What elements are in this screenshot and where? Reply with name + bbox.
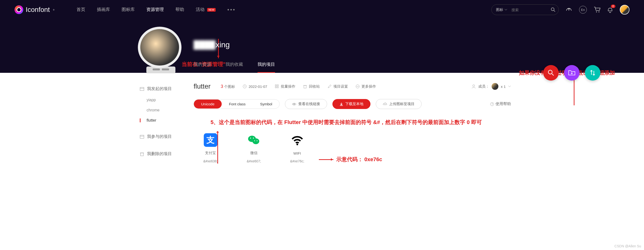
svg-rect-15 (275, 87, 276, 88)
svg-rect-10 (140, 153, 144, 156)
svg-point-24 (294, 104, 294, 105)
icon-code: &#xe76c; (290, 159, 304, 163)
tab-symbol[interactable]: Symbol (253, 99, 279, 108)
upload-button[interactable]: 上传图标至项目 (376, 99, 422, 109)
icon-label: 微信 (250, 151, 258, 155)
svg-point-30 (253, 138, 254, 139)
help-icon: ? (490, 102, 494, 106)
member-avatar (492, 83, 498, 90)
profile-avatar (138, 27, 184, 73)
fab-add-project[interactable] (564, 65, 580, 81)
members-count: x 1 (501, 84, 506, 89)
search-input[interactable] (512, 8, 548, 12)
folder-icon (140, 87, 144, 91)
fab-group (543, 65, 600, 81)
svg-rect-16 (277, 87, 278, 88)
actions-row: Unicode Font class Symbol 查看在线链接 下载至本地 上… (194, 99, 511, 109)
fab-sort[interactable] (585, 65, 600, 81)
user-icon (472, 84, 476, 89)
annotation-arrow-4 (319, 159, 334, 160)
svg-rect-17 (304, 85, 306, 88)
icons-grid: 支 支付宝 &#xe638; 微信 &#xe607; WIFI (203, 133, 511, 163)
icon-item-wifi[interactable]: WIFI &#xe76c; (290, 134, 304, 163)
icon-item-alipay[interactable]: 支 支付宝 &#xe638; (203, 133, 218, 163)
help-link[interactable]: ? 使用帮助 (490, 101, 511, 106)
new-badge: NEW (207, 8, 216, 12)
trash-icon (140, 152, 144, 156)
cart-icon[interactable] (594, 7, 600, 13)
sidebar-item-yiapp[interactable]: yiapp (133, 95, 189, 105)
members-label: 成员： (478, 84, 489, 89)
settings-action[interactable]: 项目设置 (328, 84, 348, 89)
chevron-down-icon (505, 9, 507, 11)
sidebar-group-deleted[interactable]: 我删除的项目 (133, 148, 189, 160)
svg-point-2 (596, 12, 597, 12)
project-name: flutter (194, 82, 210, 90)
profile-section: 当前在 "资源管理" 如果你没有添加过项目，点击该按钮添加 ████xing 我… (0, 20, 644, 73)
search-type-select[interactable]: 图标 (492, 8, 512, 12)
user-avatar[interactable] (620, 5, 630, 15)
sort-icon (590, 69, 596, 76)
annotation-arrow-3 (217, 132, 218, 164)
wifi-icon (290, 134, 304, 147)
sidebar-group-created[interactable]: 我发起的项目 (133, 82, 189, 95)
wechat-icon (247, 133, 261, 147)
sidebar-item-flutter[interactable]: flutter (133, 115, 189, 126)
search-icon (551, 7, 556, 12)
svg-rect-14 (277, 85, 278, 86)
fab-search[interactable] (543, 65, 559, 81)
svg-point-31 (254, 140, 255, 141)
svg-rect-6 (140, 87, 144, 90)
top-header: Iconfont+ 首页 插画库 图标库 资源管理 帮助 活动 NEW ••• … (0, 0, 644, 20)
sidebar-item-chrome[interactable]: chrome (133, 105, 189, 115)
language-toggle[interactable]: En (579, 6, 587, 14)
notifications-icon[interactable]: 0 (607, 7, 613, 13)
sidebar-group-joined[interactable]: 我参与的项目 (133, 130, 189, 143)
svg-text:?: ? (492, 103, 493, 105)
logo-text: Iconfont (26, 6, 50, 14)
profile-tabs: 我的资源 我的收藏 我的项目 (194, 61, 511, 73)
trash-action[interactable]: 回收站 (303, 84, 320, 89)
username: ████xing (194, 40, 511, 49)
nav-resource[interactable]: 资源管理 (146, 7, 164, 13)
nav-home[interactable]: 首页 (76, 7, 85, 13)
logo-icon (14, 5, 23, 14)
notif-count-badge: 0 (611, 5, 616, 8)
nav-activity[interactable]: 活动 NEW (196, 7, 216, 13)
svg-point-21 (357, 86, 358, 87)
logo[interactable]: Iconfont+ (14, 5, 55, 14)
tab-my-resources[interactable]: 我的资源 (194, 61, 211, 73)
batch-action[interactable]: 批量操作 (275, 84, 295, 89)
svg-point-0 (551, 8, 554, 11)
search-button[interactable] (548, 7, 558, 12)
icon-item-wechat[interactable]: 微信 &#xe607; (247, 133, 261, 163)
nav-iconlib[interactable]: 图标库 (122, 7, 135, 13)
nav-more-icon[interactable]: ••• (227, 7, 236, 13)
sidebar-group-label: 我发起的项目 (147, 86, 172, 91)
annotation-3: 5、这个是当前图标的代码，在 Flutter 中使用时需要去掉前面的符号 &#，… (210, 119, 511, 126)
tab-my-projects[interactable]: 我的项目 (258, 61, 275, 73)
folder-icon (140, 135, 144, 139)
main-nav: 首页 插画库 图标库 资源管理 帮助 活动 NEW ••• (76, 7, 236, 13)
svg-line-1 (554, 11, 555, 12)
icon-code: &#xe607; (247, 159, 261, 163)
header-right: 图标 En 0 (491, 4, 630, 15)
svg-point-23 (473, 85, 475, 87)
grid-icon (275, 84, 279, 88)
members-section[interactable]: 成员： x 1 (472, 83, 511, 90)
tab-unicode[interactable]: Unicode (194, 99, 222, 108)
tab-my-favorites[interactable]: 我的收藏 (226, 61, 243, 73)
icon-label: WIFI (294, 151, 301, 155)
nav-illustration[interactable]: 插画库 (97, 7, 110, 13)
more-icon (356, 84, 360, 88)
nav-help[interactable]: 帮助 (176, 7, 184, 13)
svg-line-5 (552, 74, 554, 75)
annotation-arrow-2 (574, 79, 574, 105)
download-button[interactable]: 下载至本地 (332, 99, 370, 109)
more-action[interactable]: 更多操作 (356, 84, 376, 89)
upload-icon[interactable] (566, 6, 572, 13)
tab-fontclass[interactable]: Font class (222, 99, 253, 108)
icon-label: 支付宝 (205, 151, 216, 155)
view-online-button[interactable]: 查看在线链接 (285, 99, 327, 109)
svg-rect-8 (140, 135, 144, 138)
